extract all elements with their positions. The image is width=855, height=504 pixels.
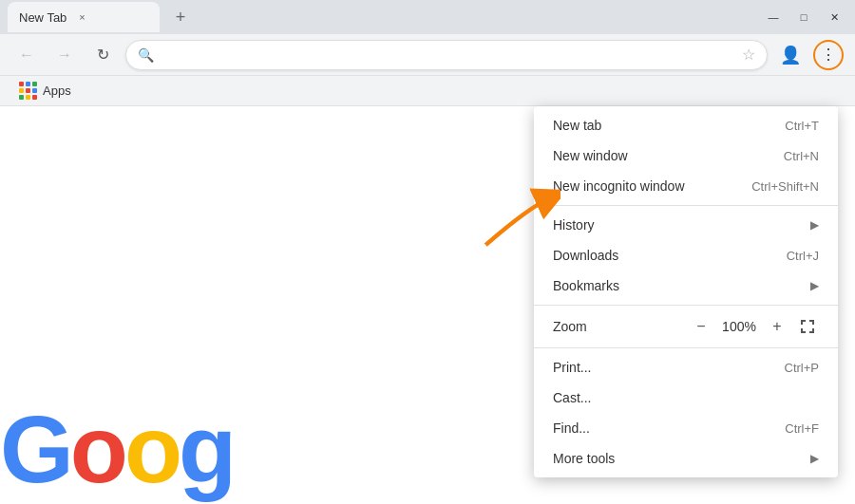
navigation-bar: ← → ↻ 🔍 ☆ 👤 ⋮ [0, 34, 855, 76]
menu-item-find[interactable]: Find... Ctrl+F [534, 413, 838, 443]
tab-close-button[interactable]: × [74, 9, 89, 25]
bookmark-star-icon[interactable]: ☆ [742, 46, 755, 64]
tab-title: New Tab [19, 10, 66, 25]
bookmarks-bar: Apps [0, 76, 855, 106]
zoom-fullscreen-button[interactable] [796, 317, 819, 336]
search-icon: 🔍 [138, 47, 154, 63]
zoom-in-button[interactable]: + [766, 315, 788, 338]
menu-item-find-label: Find... [553, 420, 770, 436]
menu-item-new-window-label: New window [553, 148, 769, 163]
apps-label: Apps [43, 84, 71, 98]
menu-item-new-window[interactable]: New window Ctrl+N [534, 140, 838, 171]
menu-item-bookmarks-arrow: ▶ [810, 279, 819, 292]
menu-item-new-tab-label: New tab [553, 118, 770, 133]
zoom-label: Zoom [553, 319, 690, 334]
menu-item-cast[interactable]: Cast... [534, 383, 838, 413]
svg-rect-1 [801, 320, 803, 325]
zoom-out-button[interactable]: − [690, 315, 712, 338]
title-bar: New Tab × + — □ ✕ [0, 0, 855, 34]
chrome-menu-button[interactable]: ⋮ [813, 40, 844, 70]
new-tab-button[interactable]: + [167, 4, 194, 30]
active-tab[interactable]: New Tab × [8, 2, 160, 32]
menu-item-more-tools-label: More tools [553, 451, 803, 466]
back-button[interactable]: ← [11, 40, 42, 70]
menu-item-more-tools-arrow: ▶ [810, 452, 819, 465]
profile-button[interactable]: 👤 [775, 40, 806, 70]
menu-item-cast-label: Cast... [553, 390, 819, 405]
zoom-controls: − 100% + [690, 315, 819, 338]
menu-divider-2 [534, 305, 838, 306]
menu-item-downloads-label: Downloads [553, 248, 771, 263]
menu-item-new-tab[interactable]: New tab Ctrl+T [534, 110, 838, 140]
address-input[interactable] [162, 47, 734, 63]
menu-item-new-tab-shortcut: Ctrl+T [785, 119, 819, 133]
menu-divider-1 [534, 205, 838, 206]
menu-item-more-tools[interactable]: More tools ▶ [534, 443, 838, 474]
menu-item-history-label: History [553, 217, 803, 233]
menu-item-downloads-shortcut: Ctrl+J [787, 249, 819, 263]
menu-item-new-window-shortcut: Ctrl+N [784, 149, 819, 163]
apps-grid-icon [19, 82, 37, 100]
forward-button[interactable]: → [49, 40, 80, 70]
menu-item-print-shortcut: Ctrl+P [785, 361, 819, 375]
context-menu: New tab Ctrl+T New window Ctrl+N New inc… [534, 106, 838, 477]
zoom-value: 100% [720, 319, 758, 334]
svg-rect-5 [801, 328, 803, 333]
menu-item-incognito-label: New incognito window [553, 178, 736, 194]
apps-button[interactable]: Apps [11, 78, 79, 103]
maximize-button[interactable]: □ [790, 8, 817, 27]
window-controls: — □ ✕ [760, 8, 847, 27]
zoom-row: Zoom − 100% + [534, 309, 838, 344]
svg-rect-7 [812, 328, 814, 333]
menu-item-history[interactable]: History ▶ [534, 210, 838, 240]
menu-item-find-shortcut: Ctrl+F [785, 421, 819, 436]
menu-divider-3 [534, 347, 838, 348]
minimize-button[interactable]: — [760, 8, 787, 27]
close-button[interactable]: ✕ [821, 8, 847, 27]
menu-item-history-arrow: ▶ [810, 218, 819, 232]
reload-button[interactable]: ↻ [87, 40, 118, 70]
menu-item-incognito-shortcut: Ctrl+Shift+N [751, 179, 819, 194]
menu-item-print-label: Print... [553, 360, 770, 375]
menu-item-incognito[interactable]: New incognito window Ctrl+Shift+N [534, 171, 838, 201]
menu-item-bookmarks[interactable]: Bookmarks ▶ [534, 271, 838, 301]
address-bar[interactable]: 🔍 ☆ [125, 40, 768, 70]
google-logo: Goog [0, 395, 233, 504]
menu-item-bookmarks-label: Bookmarks [553, 278, 803, 293]
menu-item-print[interactable]: Print... Ctrl+P [534, 352, 838, 383]
svg-rect-3 [812, 320, 814, 325]
menu-item-downloads[interactable]: Downloads Ctrl+J [534, 240, 838, 271]
